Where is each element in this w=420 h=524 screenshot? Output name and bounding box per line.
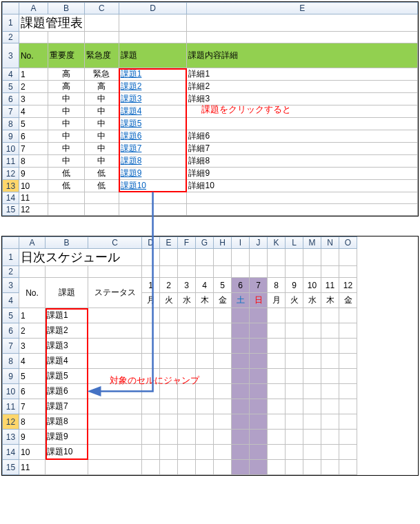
row-header[interactable]: 15	[3, 204, 19, 216]
cell-task[interactable]: 課題5	[46, 369, 88, 384]
row-header[interactable]: 13	[3, 180, 19, 192]
col-header[interactable]: A	[19, 3, 48, 14]
day-weekday[interactable]: 火	[160, 293, 178, 308]
cell-task[interactable]: 課題6	[119, 130, 187, 143]
schedule-cell[interactable]	[160, 430, 178, 445]
row-header[interactable]: 14	[3, 192, 19, 204]
col-header[interactable]: I	[232, 237, 250, 249]
task-link[interactable]: 課題8	[121, 156, 142, 165]
schedule-cell[interactable]	[250, 323, 268, 339]
cell-importance[interactable]: 中	[48, 93, 85, 105]
row-header[interactable]: 7	[3, 339, 19, 354]
col-header[interactable]: D	[119, 3, 187, 14]
cell-urgency[interactable]: 中	[84, 118, 119, 130]
sheet-title[interactable]: 日次スケジュール	[19, 249, 142, 266]
cell-detail[interactable]: 詳細2	[187, 81, 418, 93]
cell-urgency[interactable]: 中	[84, 143, 119, 155]
schedule-cell[interactable]	[178, 460, 196, 475]
table-header[interactable]: 課題	[46, 278, 88, 308]
cell-task[interactable]: 課題10	[119, 180, 187, 192]
schedule-cell[interactable]	[321, 430, 339, 445]
row-header[interactable]: 1	[3, 14, 19, 32]
cell-task[interactable]: 課題7	[119, 143, 187, 155]
schedule-cell[interactable]	[142, 430, 160, 445]
schedule-cell[interactable]	[303, 384, 321, 399]
cell-urgency[interactable]: 中	[84, 155, 119, 168]
day-weekday[interactable]: 木	[196, 293, 214, 308]
row-header[interactable]: 9	[3, 130, 19, 143]
schedule-cell[interactable]	[232, 354, 250, 369]
schedule-cell[interactable]	[196, 369, 214, 384]
col-header[interactable]: A	[19, 237, 46, 249]
row-header[interactable]: 6	[3, 323, 19, 339]
schedule-cell[interactable]	[250, 430, 268, 445]
schedule-cell[interactable]	[214, 430, 232, 445]
cell-no[interactable]: 10	[19, 180, 48, 192]
schedule-cell[interactable]	[250, 399, 268, 414]
schedule-cell[interactable]	[178, 430, 196, 445]
schedule-cell[interactable]	[303, 430, 321, 445]
cell-detail[interactable]: 詳細6	[187, 130, 418, 143]
schedule-cell[interactable]	[214, 399, 232, 414]
cell-status[interactable]	[88, 430, 142, 445]
cell-urgency[interactable]	[84, 192, 119, 204]
schedule-cell[interactable]	[339, 308, 357, 323]
schedule-cell[interactable]	[142, 399, 160, 414]
cell-no[interactable]: 4	[19, 354, 46, 369]
cell-importance[interactable]: 高	[48, 81, 85, 93]
row-header[interactable]: 2	[3, 32, 19, 43]
schedule-cell[interactable]	[286, 414, 303, 430]
schedule-cell[interactable]	[268, 460, 286, 475]
row-header[interactable]: 4	[3, 293, 19, 308]
schedule-cell[interactable]	[178, 354, 196, 369]
col-header[interactable]: N	[321, 237, 339, 249]
schedule-cell[interactable]	[303, 460, 321, 475]
schedule-cell[interactable]	[178, 399, 196, 414]
cell-no[interactable]: 3	[19, 93, 48, 105]
schedule-cell[interactable]	[232, 399, 250, 414]
schedule-cell[interactable]	[339, 339, 357, 354]
schedule-cell[interactable]	[160, 354, 178, 369]
schedule-cell[interactable]	[160, 339, 178, 354]
spreadsheet-grid[interactable]: ABCDE1課題管理表23No.重要度緊急度課題課題内容詳細41高緊急課題1詳細…	[2, 2, 418, 216]
cell-urgency[interactable]: 中	[84, 130, 119, 143]
schedule-cell[interactable]	[286, 369, 303, 384]
cell-detail[interactable]	[187, 192, 418, 204]
col-header[interactable]: B	[46, 237, 88, 249]
row-header[interactable]: 1	[3, 249, 19, 266]
schedule-cell[interactable]	[286, 460, 303, 475]
schedule-cell[interactable]	[178, 414, 196, 430]
schedule-cell[interactable]	[321, 339, 339, 354]
cell-detail[interactable]: 詳細1	[187, 68, 418, 81]
schedule-cell[interactable]	[232, 369, 250, 384]
cell-task[interactable]: 課題1	[119, 68, 187, 81]
cell-task[interactable]	[119, 192, 187, 204]
day-weekday[interactable]: 金	[214, 293, 232, 308]
day-number[interactable]: 12	[339, 278, 357, 293]
schedule-cell[interactable]	[196, 339, 214, 354]
cell-no[interactable]: 8	[19, 155, 48, 168]
schedule-cell[interactable]	[232, 384, 250, 399]
cell-urgency[interactable]: 緊急	[84, 68, 119, 81]
schedule-cell[interactable]	[286, 430, 303, 445]
cell-no[interactable]: 6	[19, 384, 46, 399]
schedule-cell[interactable]	[268, 354, 286, 369]
row-header[interactable]: 13	[3, 430, 19, 445]
task-link[interactable]: 課題9	[121, 168, 142, 178]
row-header[interactable]: 5	[3, 81, 19, 93]
schedule-cell[interactable]	[250, 460, 268, 475]
cell-task[interactable]	[46, 460, 88, 475]
schedule-cell[interactable]	[196, 430, 214, 445]
schedule-cell[interactable]	[196, 354, 214, 369]
schedule-cell[interactable]	[232, 460, 250, 475]
schedule-cell[interactable]	[268, 384, 286, 399]
table-header[interactable]: 重要度	[48, 43, 85, 68]
cell-task[interactable]: 課題2	[46, 323, 88, 339]
day-number[interactable]: 2	[160, 278, 178, 293]
col-header[interactable]: H	[214, 237, 232, 249]
schedule-cell[interactable]	[178, 339, 196, 354]
schedule-cell[interactable]	[339, 399, 357, 414]
col-header[interactable]: E	[160, 237, 178, 249]
schedule-cell[interactable]	[303, 308, 321, 323]
cell-importance[interactable]	[48, 192, 85, 204]
